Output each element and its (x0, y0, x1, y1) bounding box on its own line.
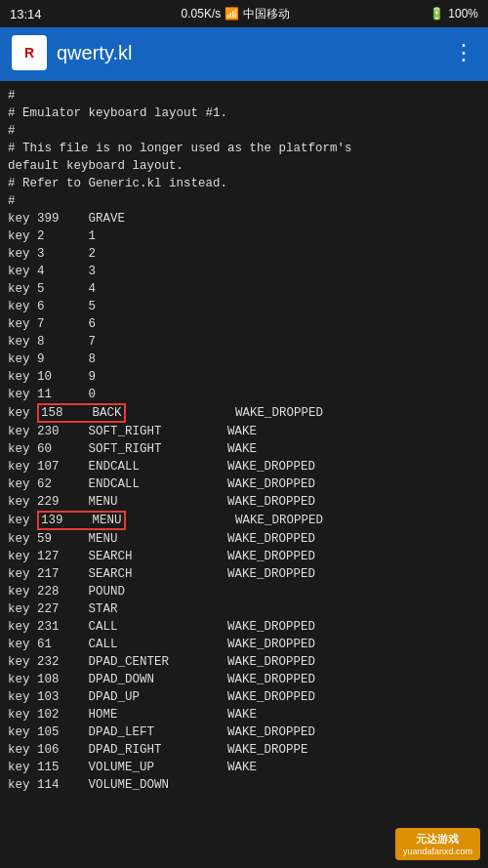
code-line: key 11 0 (8, 386, 480, 403)
code-line: key 9 8 (8, 351, 480, 368)
code-line: key 60 SOFT_RIGHT WAKE (8, 440, 480, 458)
highlight-text: 158 BACK (37, 403, 126, 423)
file-content: ## Emulator keyboard layout #1.## This f… (0, 81, 488, 868)
watermark-sub: yuandafanxd.com (403, 847, 472, 856)
code-line: key 139 MENU WAKE_DROPPED (8, 511, 480, 530)
app-icon: R (12, 35, 47, 70)
code-line: key 8 7 (8, 333, 480, 351)
status-battery: 🔋 100% (429, 7, 478, 21)
code-line: key 103 DPAD_UP WAKE_DROPPED (8, 688, 480, 706)
title-bar-left: R qwerty.kl (12, 35, 132, 70)
code-line: # Emulator keyboard layout #1. (8, 104, 480, 122)
highlight-text: 139 MENU (37, 511, 126, 530)
signal-icons: 📶 (224, 7, 239, 21)
status-bar: 13:14 0.05K/s 📶 中国移动 🔋 100% (0, 0, 488, 27)
app-title: qwerty.kl (57, 42, 132, 64)
code-line: key 115 VOLUME_UP WAKE (8, 759, 480, 776)
carrier-name: 中国移动 (243, 6, 290, 22)
code-line: key 4 3 (8, 263, 480, 280)
watermark: 元达游戏 yuandafanxd.com (395, 828, 480, 860)
battery-level: 100% (448, 7, 478, 21)
code-line: key 227 STAR (8, 600, 480, 618)
battery-icon: 🔋 (429, 7, 444, 21)
code-line: key 102 HOME WAKE (8, 706, 480, 723)
code-line: key 217 SEARCH WAKE_DROPPED (8, 565, 480, 583)
code-line: # (8, 87, 480, 104)
code-line: key 6 5 (8, 298, 480, 315)
code-line: key 230 SOFT_RIGHT WAKE (8, 423, 480, 440)
code-line: # (8, 122, 480, 140)
code-line: key 231 CALL WAKE_DROPPED (8, 618, 480, 636)
code-line: key 105 DPAD_LEFT WAKE_DROPPED (8, 723, 480, 741)
code-line: # Refer to Generic.kl instead. (8, 175, 480, 192)
watermark-logo: 元达游戏 (416, 832, 459, 847)
status-time: 13:14 (10, 7, 42, 21)
title-bar: R qwerty.kl ⋮ (0, 27, 488, 78)
code-line: # This file is no longer used as the pla… (8, 140, 480, 157)
time-display: 13:14 (10, 7, 42, 21)
code-line: key 399 GRAVE (8, 210, 480, 227)
code-line: default keyboard layout. (8, 157, 480, 175)
code-line: key 228 POUND (8, 583, 480, 600)
code-line: key 61 CALL WAKE_DROPPED (8, 636, 480, 653)
code-line: key 127 SEARCH WAKE_DROPPED (8, 548, 480, 565)
code-line: key 114 VOLUME_DOWN (8, 776, 480, 794)
code-line: # (8, 192, 480, 210)
status-center-icons: 0.05K/s 📶 中国移动 (182, 6, 291, 22)
code-line: key 158 BACK WAKE_DROPPED (8, 403, 480, 423)
code-line: key 10 9 (8, 368, 480, 386)
network-speed: 0.05K/s (182, 7, 222, 21)
code-line: key 3 2 (8, 245, 480, 263)
code-line: key 229 MENU WAKE_DROPPED (8, 493, 480, 511)
code-line: key 232 DPAD_CENTER WAKE_DROPPED (8, 653, 480, 671)
code-line: key 7 6 (8, 315, 480, 333)
code-line: key 62 ENDCALL WAKE_DROPPED (8, 475, 480, 493)
code-line: key 5 4 (8, 280, 480, 298)
code-line: key 108 DPAD_DOWN WAKE_DROPPED (8, 671, 480, 688)
code-line: key 107 ENDCALL WAKE_DROPPED (8, 458, 480, 475)
code-line: key 59 MENU WAKE_DROPPED (8, 530, 480, 548)
overflow-menu-button[interactable]: ⋮ (453, 40, 476, 66)
code-line: key 106 DPAD_RIGHT WAKE_DROPPE (8, 741, 480, 759)
code-line: key 2 1 (8, 227, 480, 245)
